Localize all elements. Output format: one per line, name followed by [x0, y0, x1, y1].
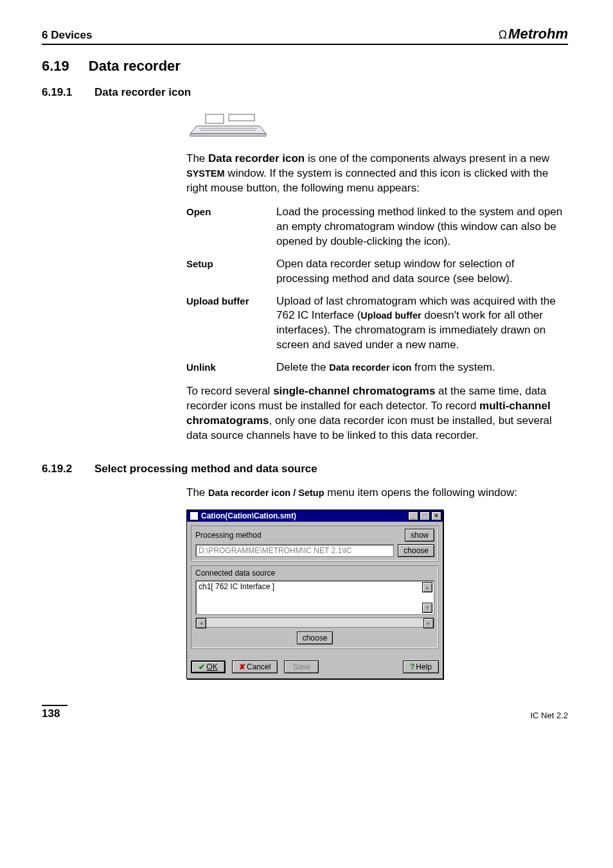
- setup-dialog: Cation(Cation\Cation.smt) _ □ × Processi…: [186, 509, 443, 679]
- minimize-icon[interactable]: _: [408, 511, 418, 520]
- page-number: 138: [42, 705, 67, 720]
- product-name: IC Net 2.2: [530, 711, 568, 720]
- save-button[interactable]: Save: [284, 660, 319, 673]
- def-term: Unlink: [186, 360, 276, 373]
- def-term: Open: [186, 205, 276, 217]
- chapter-label: 6 Devices: [42, 29, 92, 42]
- omega-icon: Ω: [499, 28, 507, 41]
- check-icon: ✔: [199, 662, 205, 671]
- ok-button[interactable]: ✔OK: [191, 660, 226, 673]
- svg-rect-2: [206, 114, 224, 123]
- subsection-heading-2: 6.19.2Select processing method and data …: [42, 463, 568, 475]
- dialog-footer: ✔OK ✘Cancel Save ?Help: [187, 657, 443, 678]
- dialog-titlebar[interactable]: Cation(Cation\Cation.smt) _ □ ×: [187, 510, 443, 522]
- subsection-heading-1: 6.19.1Data recorder icon: [42, 86, 568, 99]
- scroll-left-icon[interactable]: ◄: [196, 618, 206, 628]
- scroll-up-icon[interactable]: ▲: [422, 582, 432, 592]
- maximize-icon[interactable]: □: [420, 511, 430, 520]
- trailing-paragraph: To record several single-channel chromat…: [186, 384, 568, 443]
- def-term: Setup: [186, 257, 276, 269]
- def-desc: Load the processing method linked to the…: [276, 205, 568, 249]
- show-button[interactable]: show: [405, 529, 434, 542]
- svg-marker-0: [190, 126, 266, 134]
- def-row: Upload buffer Upload of last chromatogra…: [186, 294, 568, 353]
- def-row: Unlink Delete the Data recorder icon fro…: [186, 360, 568, 375]
- def-desc: Open data recorder setup window for sele…: [276, 257, 568, 287]
- def-row: Setup Open data recorder setup window fo…: [186, 257, 568, 287]
- app-icon: [190, 511, 199, 520]
- pm-path-field: D:\PROGRAMME\METROHM\IC NET 2.1\IC: [195, 544, 394, 557]
- scroll-down-icon[interactable]: ▼: [422, 603, 432, 613]
- def-term: Upload buffer: [186, 294, 276, 306]
- x-icon: ✘: [239, 662, 245, 671]
- page-header: 6 Devices ΩMetrohm: [42, 26, 568, 45]
- question-icon: ?: [410, 662, 414, 671]
- definition-list: Open Load the processing method linked t…: [186, 205, 568, 375]
- svg-rect-3: [229, 114, 254, 121]
- ds-label: Connected data source: [195, 569, 434, 578]
- brand-logo: ΩMetrohm: [499, 26, 568, 42]
- ds-item[interactable]: ch1[ 762 IC Interface ]: [199, 582, 274, 591]
- horizontal-scrollbar[interactable]: ◄ ►: [195, 617, 434, 628]
- cancel-button[interactable]: ✘Cancel: [232, 660, 278, 673]
- ds-listbox[interactable]: ch1[ 762 IC Interface ] ▲ ▼: [195, 580, 434, 615]
- page-footer: 138 IC Net 2.2: [42, 705, 568, 720]
- intro2-paragraph: The Data recorder icon / Setup menu item…: [186, 486, 568, 500]
- scroll-right-icon[interactable]: ►: [423, 618, 434, 628]
- dialog-title: Cation(Cation\Cation.smt): [201, 511, 407, 520]
- pm-label: Processing method: [195, 531, 401, 540]
- choose-pm-button[interactable]: choose: [398, 544, 434, 557]
- choose-ds-button[interactable]: choose: [297, 632, 333, 644]
- def-desc: Delete the Data recorder icon from the s…: [276, 360, 568, 375]
- close-icon[interactable]: ×: [431, 511, 441, 520]
- section-heading: 6.19Data recorder: [42, 58, 568, 75]
- processing-method-group: Processing method show D:\PROGRAMME\METR…: [191, 526, 439, 562]
- intro-paragraph: The Data recorder icon is one of the com…: [186, 152, 568, 196]
- data-recorder-icon: [186, 109, 568, 140]
- def-desc: Upload of last chromatogram which was ac…: [276, 294, 568, 353]
- help-button[interactable]: ?Help: [403, 660, 439, 673]
- def-row: Open Load the processing method linked t…: [186, 205, 568, 249]
- svg-marker-1: [190, 134, 266, 136]
- data-source-group: Connected data source ch1[ 762 IC Interf…: [191, 565, 439, 649]
